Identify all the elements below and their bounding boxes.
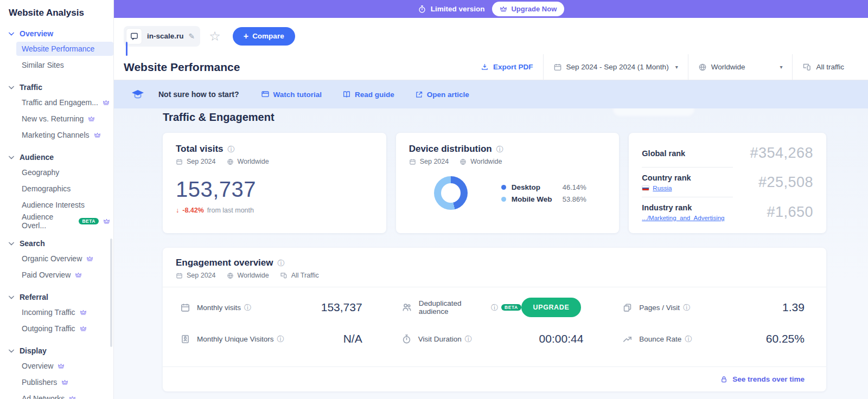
export-pdf-button[interactable]: Export PDF (471, 54, 543, 80)
page-header: Website Performance Export PDF Sep 2024 … (114, 54, 868, 80)
sidebar-item-display-overview[interactable]: Overview (16, 359, 113, 373)
calendar-icon (409, 158, 416, 165)
chevron-down-icon (9, 349, 14, 353)
sidebar-item-demographics[interactable]: Demographics (16, 182, 113, 196)
metric-monthly-unique-visitors: Monthly Unique Visitorsⓘ N/A (163, 323, 384, 355)
section-label: Traffic (20, 83, 42, 92)
sidebar-section-header-search[interactable]: Search (0, 237, 113, 249)
device-distribution-card: Device distribution ⓘ Sep 2024 Worldwide (396, 133, 620, 233)
chevron-down-icon (9, 156, 14, 159)
globe-icon (459, 158, 467, 165)
sidebar-section-overview: Overview Website Performance Similar Sit… (0, 28, 113, 72)
legend-item-desktop: Desktop 46.14% (501, 183, 586, 191)
stopwatch-icon (418, 5, 426, 14)
card-region: Worldwide (470, 158, 502, 165)
sidebar-item-ad-networks[interactable]: Ad Networks (16, 391, 113, 399)
card-title: Engagement overview (176, 258, 273, 268)
sidebar-item-label: Ad Networks (22, 394, 65, 399)
crown-icon (103, 99, 110, 106)
sidebar-item-label: Audience Overl... (22, 213, 74, 230)
crown-icon (80, 309, 87, 316)
watch-tutorial-link[interactable]: Watch tutorial (261, 90, 322, 99)
sidebar-item-traffic-engagement[interactable]: Traffic and Engagem... (16, 95, 113, 110)
industry-link[interactable]: .../Marketing_and_Advertising (642, 215, 724, 221)
sidebar-item-outgoing-traffic[interactable]: Outgoing Traffic (16, 321, 113, 336)
country-rank-row: Country rank Russia #25,508 (629, 168, 826, 197)
monthly-unique-visitors-value: N/A (343, 332, 362, 345)
info-icon[interactable]: ⓘ (496, 146, 503, 153)
russia-flag-icon (642, 185, 649, 191)
sidebar-item-audience-interests[interactable]: Audience Interests (16, 198, 113, 212)
globe-icon (698, 63, 707, 72)
date-range-selector[interactable]: Sep 2024 - Sep 2024 (1 Month) ▾ (543, 54, 688, 80)
sidebar-section-header-traffic[interactable]: Traffic (0, 81, 113, 93)
country-link[interactable]: Russia (653, 185, 672, 191)
sidebar-item-publishers[interactable]: Publishers (16, 375, 113, 389)
info-icon[interactable]: ⓘ (491, 304, 498, 311)
favorite-star-icon[interactable]: ☆ (209, 30, 221, 43)
sidebar-item-incoming-traffic[interactable]: Incoming Traffic (16, 305, 113, 319)
open-article-link[interactable]: Open article (415, 91, 469, 99)
banner-question: Not sure how to start? (158, 90, 239, 99)
compare-button[interactable]: + Compare (233, 27, 295, 46)
calendar-icon (553, 63, 562, 72)
sidebar-item-marketing-channels[interactable]: Marketing Channels (16, 128, 113, 142)
sidebar-section-header-audience[interactable]: Audience (0, 151, 113, 163)
sidebar-item-label: Traffic and Engagem... (22, 98, 98, 107)
sidebar-section-search: Search Organic Overview Paid Overview (0, 237, 113, 282)
limited-version-label-wrap: Limited version (418, 5, 485, 14)
sidebar-section-header-display[interactable]: Display (0, 345, 113, 357)
crown-icon (500, 5, 507, 13)
crown-icon (80, 325, 87, 332)
sidebar-item-label: Incoming Traffic (22, 308, 75, 317)
sidebar-item-geography[interactable]: Geography (16, 165, 113, 179)
sidebar-item-label: Publishers (22, 378, 57, 387)
section-label: Overview (20, 29, 53, 38)
info-icon[interactable]: ⓘ (244, 304, 251, 311)
sidebar-item-audience-overlap[interactable]: Audience Overl... BETA (16, 214, 113, 228)
change-percent: -8.42% (182, 207, 204, 214)
sidebar-section-display: Display Overview Publishers Ad Networks (0, 345, 113, 399)
industry-rank-value: #1,650 (767, 204, 813, 221)
info-icon[interactable]: ⓘ (685, 336, 692, 343)
sidebar-item-organic-overview[interactable]: Organic Overview (16, 252, 113, 266)
info-icon[interactable]: ⓘ (228, 146, 235, 153)
metric-monthly-visits: Monthly visitsⓘ 153,737 (163, 292, 384, 323)
sidebar-section-referral: Referral Incoming Traffic Outgoing Traff… (0, 291, 113, 336)
card-date: Sep 2024 (187, 272, 216, 279)
card-date: Sep 2024 (420, 158, 449, 165)
monthly-visits-value: 153,737 (321, 301, 362, 314)
crown-icon (69, 395, 76, 399)
info-icon[interactable]: ⓘ (683, 304, 690, 311)
upgrade-metric-button[interactable]: UPGRADE (521, 298, 582, 317)
info-icon[interactable]: ⓘ (465, 336, 472, 343)
crown-icon (58, 363, 65, 370)
traffic-filter-selector[interactable]: All traffic (792, 54, 868, 80)
card-date: Sep 2024 (187, 158, 216, 165)
sidebar-section-header-overview[interactable]: Overview (0, 28, 113, 40)
sidebar-item-paid-overview[interactable]: Paid Overview (16, 268, 113, 282)
sidebar-item-similar-sites[interactable]: Similar Sites (16, 58, 113, 72)
section-label: Display (20, 346, 47, 355)
domain-chip[interactable]: in-scale.ru ✎ (124, 26, 200, 47)
sidebar-section-header-referral[interactable]: Referral (0, 291, 113, 303)
sidebar-item-website-performance[interactable]: Website Performance (16, 42, 113, 56)
see-trends-link[interactable]: See trends over time (732, 375, 805, 383)
region-value: Worldwide (711, 63, 745, 71)
sidebar-item-new-vs-returning[interactable]: New vs. Returning (16, 112, 113, 126)
region-selector[interactable]: Worldwide ▾ (688, 54, 793, 80)
edit-pencil-icon[interactable]: ✎ (189, 32, 195, 41)
chevron-down-icon: ▾ (675, 64, 678, 70)
watch-tutorial-label: Watch tutorial (273, 91, 322, 99)
legend-dot (501, 197, 506, 202)
section-title: Traffic & Engagement (163, 108, 826, 124)
rank-label: Industry rank (642, 203, 692, 212)
sidebar-scrollbar[interactable] (110, 239, 112, 347)
info-icon[interactable]: ⓘ (278, 260, 285, 267)
read-guide-link[interactable]: Read guide (342, 90, 394, 99)
people-icon (401, 302, 412, 313)
upgrade-now-button[interactable]: Upgrade Now (492, 2, 564, 16)
info-icon[interactable]: ⓘ (277, 336, 284, 343)
metric-label: Bounce Rate (639, 335, 681, 343)
crown-icon (88, 115, 95, 123)
